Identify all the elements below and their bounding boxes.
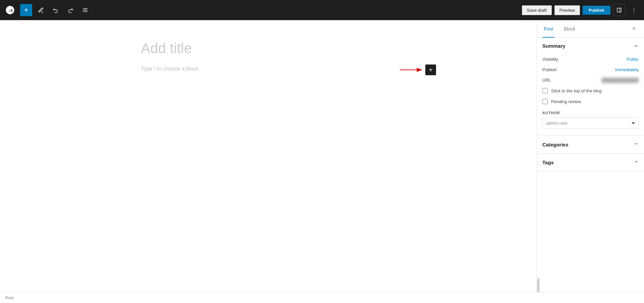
- tags-chevron-icon: [634, 159, 639, 165]
- editor-area[interactable]: Type / to choose a block +: [0, 20, 537, 292]
- summary-publish-row: Publish Immediately: [542, 64, 639, 75]
- sidebar-tabs: Post Block ×: [537, 20, 644, 38]
- stick-to-top-row: Stick to the top of the blog: [542, 85, 639, 96]
- tags-header[interactable]: Tags: [542, 154, 639, 171]
- status-bar: Post: [0, 292, 644, 303]
- summary-section: Summary Visibility Public Publish Immedi…: [537, 38, 644, 136]
- summary-url-row: URL ████████████: [542, 75, 639, 85]
- sidebar-close-button[interactable]: ×: [629, 24, 639, 34]
- categories-header[interactable]: Categories: [542, 136, 639, 153]
- tab-block[interactable]: Block: [562, 20, 577, 38]
- editor-placeholder: Type / to choose a block: [141, 66, 199, 72]
- pending-review-label: Pending review: [551, 99, 581, 104]
- summary-header: Summary: [542, 43, 639, 49]
- publish-label: Publish: [542, 67, 557, 72]
- stick-to-top-label: Stick to the top of the blog: [551, 88, 601, 93]
- summary-visibility-row: Visibility Public: [542, 54, 639, 64]
- toolbar-right: Save draft Preview Publish: [522, 4, 640, 16]
- author-select[interactable]: admin user: [542, 118, 639, 129]
- sidebar-scrollbar[interactable]: [537, 277, 540, 292]
- save-draft-button[interactable]: Save draft: [522, 5, 552, 15]
- toolbar: W + Save draft Preview Publish: [0, 0, 644, 20]
- publish-button[interactable]: Publish: [583, 6, 610, 15]
- url-label: URL: [542, 78, 551, 83]
- more-options-button[interactable]: [628, 4, 640, 16]
- sidebar-content: Summary Visibility Public Publish Immedi…: [537, 38, 644, 277]
- svg-point-7: [634, 8, 634, 9]
- undo-button[interactable]: [50, 4, 62, 16]
- svg-rect-5: [617, 8, 621, 12]
- inline-add-block-button[interactable]: +: [425, 64, 436, 75]
- url-value[interactable]: ████████████: [601, 78, 639, 83]
- main-area: Type / to choose a block +: [0, 20, 644, 292]
- publish-value[interactable]: Immediately: [615, 67, 639, 72]
- author-label: AUTHOR: [542, 111, 639, 115]
- svg-text:W: W: [8, 8, 12, 13]
- categories-title: Categories: [542, 142, 569, 147]
- visibility-value[interactable]: Public: [627, 57, 639, 62]
- editor-add-block-area: +: [398, 64, 436, 75]
- stick-to-top-checkbox[interactable]: [542, 88, 548, 93]
- author-section: AUTHOR admin user: [542, 107, 639, 130]
- summary-title: Summary: [542, 43, 565, 49]
- sidebar-scroll-thumb[interactable]: [537, 279, 539, 292]
- pending-review-row: Pending review: [542, 96, 639, 107]
- categories-chevron-icon: [634, 141, 639, 147]
- summary-collapse-button[interactable]: [633, 43, 639, 49]
- wp-logo: W: [4, 4, 16, 16]
- post-title-input[interactable]: [141, 40, 396, 56]
- add-block-button[interactable]: +: [20, 4, 32, 16]
- pen-tool-button[interactable]: [35, 4, 47, 16]
- tags-title: Tags: [542, 160, 554, 165]
- tags-section: Tags: [537, 154, 644, 171]
- svg-point-9: [634, 11, 634, 12]
- list-view-button[interactable]: [79, 4, 91, 16]
- tab-post[interactable]: Post: [542, 20, 554, 38]
- pending-review-checkbox[interactable]: [542, 99, 548, 104]
- redo-button[interactable]: [64, 4, 76, 16]
- red-arrow: [398, 65, 425, 75]
- editor-body[interactable]: Type / to choose a block +: [141, 66, 396, 133]
- visibility-label: Visibility: [542, 57, 558, 62]
- svg-point-8: [634, 10, 634, 10]
- sidebar-toggle-button[interactable]: [613, 4, 625, 16]
- sidebar: Post Block × Summary Visibility: [537, 20, 644, 292]
- categories-section: Categories: [537, 136, 644, 154]
- status-label: Post: [5, 296, 13, 300]
- preview-button[interactable]: Preview: [554, 5, 580, 15]
